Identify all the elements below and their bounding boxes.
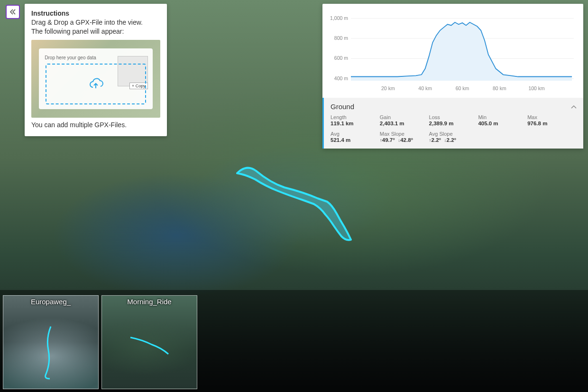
thumbnail-europaweg[interactable]: Europaweg_ [3,295,99,389]
svg-text:60 km: 60 km [456,85,469,91]
thumbnail-track-icon [128,333,175,361]
svg-text:20 km: 20 km [381,85,395,91]
stat-loss: Loss 2,389.9 m [429,114,478,126]
elevation-profile-panel: 400 m600 m800 m1,000 m20 km40 km60 km80 … [322,4,583,149]
stat-avg-slope: Avg Slope ↑2.2° ↓2.2° [429,131,478,143]
thumbnail-morning-ride[interactable]: Morning_Ride [101,295,197,389]
stat-length: Length 119.1 km [331,114,380,126]
instructions-text: Drag & Drop a GPX-File into the view. Th… [31,18,160,36]
track-thumbnails: Europaweg_ Morning_Ride [3,295,197,389]
cloud-upload-icon [87,77,104,91]
svg-text:80 km: 80 km [493,85,506,91]
stat-avg: Avg 521.4 m [331,131,380,143]
svg-text:800 m: 800 m [334,35,348,41]
instructions-footer: You can add multiple GPX-Files. [31,121,160,130]
elevation-chart[interactable]: 400 m600 m800 m1,000 m20 km40 km60 km80 … [327,9,579,94]
thumbnail-title: Europaweg_ [3,298,98,306]
drop-hint-text: Drop here your geo data [45,55,96,60]
svg-text:1,000 m: 1,000 m [330,15,348,21]
svg-text:40 km: 40 km [418,85,432,91]
ground-title: Ground [331,103,354,111]
stat-min: Min 405.0 m [478,114,527,126]
svg-text:400 m: 400 m [334,75,348,81]
thumbnail-track-icon [27,324,74,381]
stat-max-slope: Max Slope ↑49.7° ↓42.8° [380,131,429,143]
svg-text:100 km: 100 km [528,85,545,91]
instructions-title: Instructions [31,9,160,17]
ground-stats-section: Ground Length 119.1 km Gain 2,403.1 m Lo… [322,98,583,149]
chevron-up-icon[interactable] [571,103,577,110]
svg-text:600 m: 600 m [334,55,348,61]
chevron-double-left-icon [9,9,16,15]
stat-max: Max 976.8 m [527,114,577,126]
collapse-panel-button[interactable] [6,5,20,19]
instructions-panel: Instructions Drag & Drop a GPX-File into… [25,4,167,136]
thumbnail-title: Morning_Ride [102,298,197,306]
stat-gain: Gain 2,403.1 m [380,114,429,126]
drop-preview-image: Drop here your geo data + Copy [31,40,160,118]
